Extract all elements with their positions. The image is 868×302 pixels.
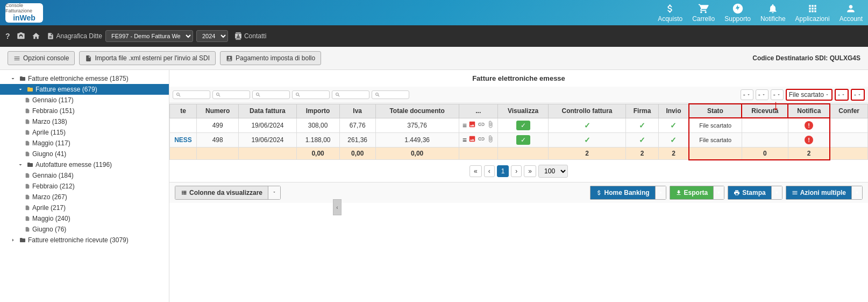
acquisto-nav-item[interactable]: Acquisto xyxy=(658,3,682,23)
company-select[interactable]: FE997 - Demo Fattura We xyxy=(105,30,193,42)
totals-row: 0,00 0,00 0,00 2 2 2 0 2 xyxy=(170,147,868,160)
stampa-label: Stampa xyxy=(742,189,765,196)
applicazioni-nav-item[interactable]: Applicazioni xyxy=(795,3,830,23)
sidebar-item-maggio[interactable]: Maggio (117) xyxy=(0,138,169,149)
sidebar-item-aut-maggio[interactable]: Maggio (240) xyxy=(0,213,169,224)
filter-search-2[interactable] xyxy=(212,90,250,99)
columns-button[interactable]: Colonne da visualizzare xyxy=(175,186,268,200)
sidebar-item-aut-giugno[interactable]: Giugno (76) xyxy=(0,224,169,235)
col-header-numero: Numero xyxy=(197,104,239,118)
opzioni-console-button[interactable]: Opzioni console xyxy=(8,51,75,65)
home-banking-dropdown-arrow[interactable]: ▾ xyxy=(655,186,666,200)
filter-select-2[interactable]: - xyxy=(756,89,769,100)
cell-ricevuta-2 xyxy=(742,132,788,147)
col-header-importo: Importo xyxy=(296,104,339,118)
help-button[interactable]: ? xyxy=(5,32,10,40)
sidebar-item-aut-febbraio[interactable]: Febbraio (212) xyxy=(0,181,169,192)
sidebar-item-fatture-emesse[interactable]: Fatture emesse (679) xyxy=(0,84,169,95)
col-header-firma: Firma xyxy=(625,104,658,118)
breadcrumb: Anagrafica Ditte FE997 - Demo Fattura We… xyxy=(47,30,228,42)
stampa-button[interactable]: Stampa xyxy=(728,186,771,200)
importa-file-button[interactable]: Importa file .xml esterni per l'invio al… xyxy=(79,51,216,65)
sidebar-item-marzo[interactable]: Marzo (138) xyxy=(0,116,169,127)
sidebar-item-autofatture-root[interactable]: Autofatture emesse (1196) xyxy=(0,159,169,170)
sidebar-item-febbraio[interactable]: Febbraio (151) xyxy=(0,106,169,116)
link-icon-1[interactable] xyxy=(478,121,485,130)
sidebar-label-autofatture-root: Autofatture emesse (1196) xyxy=(35,161,112,168)
filter-search-3[interactable] xyxy=(252,90,290,99)
azioni-button[interactable]: Azioni multiple xyxy=(786,186,851,200)
filter-select-1[interactable]: - xyxy=(741,89,753,100)
page-first-button[interactable]: « xyxy=(469,165,482,177)
page-prev-button[interactable]: ‹ xyxy=(484,165,495,177)
img-icon-2[interactable] xyxy=(468,135,476,144)
cell-controllo-1: ✓ xyxy=(549,118,626,132)
azioni-dropdown-arrow[interactable]: ▾ xyxy=(851,186,863,200)
img-icon-1[interactable] xyxy=(468,121,476,130)
sidebar-item-aut-marzo[interactable]: Marzo (267) xyxy=(0,192,169,202)
columns-btn-group: Colonne da visualizzare xyxy=(175,186,281,200)
esporta-button[interactable]: Esporta xyxy=(670,186,714,200)
stampa-dropdown-arrow[interactable]: ▾ xyxy=(771,186,782,200)
filter-select-5[interactable]: - xyxy=(851,89,865,101)
sidebar-item-gennaio[interactable]: Gennaio (117) xyxy=(0,95,169,106)
app-logo[interactable]: Console Fatturazione inWeb xyxy=(5,3,43,23)
link-icon-2[interactable] xyxy=(478,135,485,144)
filter-search-5[interactable] xyxy=(332,90,369,99)
cell-totale-1: 375,76 xyxy=(375,118,459,132)
cell-conferma-1 xyxy=(830,118,867,132)
invio-check-1: ✓ xyxy=(670,121,677,130)
total-visualizza xyxy=(497,147,548,160)
columns-dropdown-arrow[interactable] xyxy=(268,186,281,200)
camera-button[interactable] xyxy=(17,32,25,40)
breadcrumb-icon-label: Anagrafica Ditte xyxy=(47,32,102,40)
esporta-dropdown-arrow[interactable]: ▾ xyxy=(713,186,724,200)
filter-select-file-scartato[interactable]: File scartato xyxy=(786,89,833,101)
pagamento-bollo-button[interactable]: Pagamento imposta di bollo xyxy=(220,51,321,65)
page-last-button[interactable]: » xyxy=(524,165,536,177)
attach-icon-1[interactable] xyxy=(487,121,494,130)
carrello-nav-item[interactable]: Carrello xyxy=(692,3,715,23)
menu-icon-1[interactable]: ≡ xyxy=(463,121,467,130)
sidebar-label-fatture-emesse: Fatture emesse (679) xyxy=(35,86,97,93)
sidebar-item-aut-gennaio[interactable]: Gennaio (184) xyxy=(0,170,169,181)
cell-importo-2: 1.188,00 xyxy=(296,132,339,147)
notifiche-label: Notifiche xyxy=(760,15,786,23)
cell-data-2: 19/06/2024 xyxy=(239,132,296,147)
menu-icon-2[interactable]: ≡ xyxy=(463,136,467,144)
cell-visualizza-1[interactable]: ✓ xyxy=(497,118,548,132)
cell-te-1 xyxy=(170,118,197,132)
total-te xyxy=(170,147,197,160)
second-navigation: ? Anagrafica Ditte FE997 - Demo Fattura … xyxy=(0,25,868,47)
attach-icon-2[interactable] xyxy=(487,135,494,144)
total-invio: 2 xyxy=(659,147,689,160)
year-select[interactable]: 2024 xyxy=(196,30,228,42)
sidebar-item-fatture-emesse-root[interactable]: Fatture elettroniche emesse (1875) xyxy=(0,73,169,84)
account-nav-item[interactable]: Account xyxy=(839,3,863,23)
filter-search-6[interactable] xyxy=(372,90,409,99)
supporto-nav-item[interactable]: Supporto xyxy=(724,3,751,23)
cell-visualizza-2[interactable]: ✓ xyxy=(497,132,548,147)
filter-search-1[interactable] xyxy=(173,90,210,99)
page-next-button[interactable]: › xyxy=(511,165,522,177)
filter-row: - - - File scartato - - xyxy=(169,87,868,103)
cell-invio-2: ✓ xyxy=(659,132,689,147)
sidebar-label-aut-giugno: Giugno (76) xyxy=(32,226,66,233)
home-banking-button[interactable]: Home Banking xyxy=(590,186,655,200)
sidebar-collapse-button[interactable]: ‹ xyxy=(333,199,341,215)
sidebar-item-aut-aprile[interactable]: Aprile (217) xyxy=(0,202,169,213)
per-page-select[interactable]: 100 xyxy=(538,165,568,178)
notifiche-nav-item[interactable]: Notifiche xyxy=(760,3,786,23)
filter-select-4[interactable]: - xyxy=(835,89,849,101)
contatti-button[interactable]: Contatti xyxy=(234,32,266,40)
home-button[interactable] xyxy=(32,32,40,40)
sidebar-item-aprile[interactable]: Aprile (115) xyxy=(0,127,169,138)
table-row: 499 19/06/2024 308,00 67,76 375,76 ≡ xyxy=(170,118,868,132)
stato-value-1: File scartato xyxy=(699,122,731,129)
sidebar-item-fatture-ricevute[interactable]: Fatture elettroniche ricevute (3079) xyxy=(0,235,169,245)
sidebar-item-giugno[interactable]: Giugno (41) xyxy=(0,149,169,159)
page-current-button[interactable]: 1 xyxy=(497,165,509,177)
firma-check-1: ✓ xyxy=(639,121,645,130)
cell-importo-1: 308,00 xyxy=(296,118,339,132)
filter-search-4[interactable] xyxy=(292,90,330,99)
